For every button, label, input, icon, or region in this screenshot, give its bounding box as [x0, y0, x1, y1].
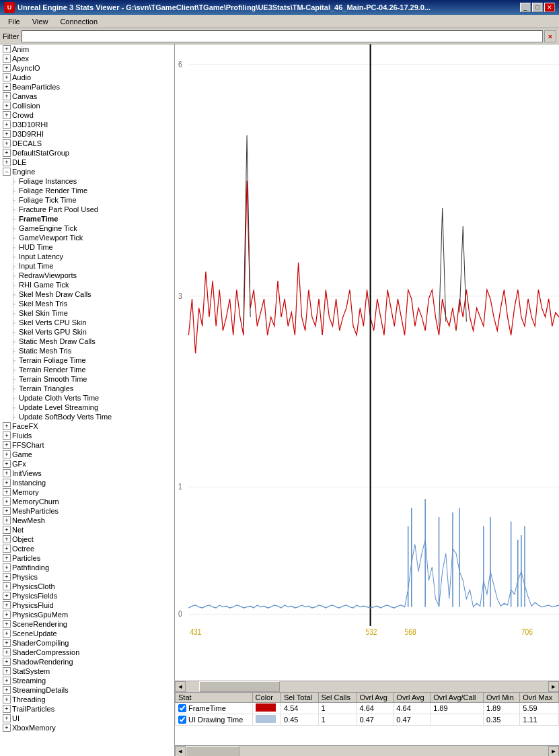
- tree-item-gfx[interactable]: GFx: [0, 459, 174, 469]
- tree-item-initviews[interactable]: InitViews: [0, 469, 174, 478]
- filter-clear-button[interactable]: ×: [544, 30, 556, 42]
- tree-item-update-softbody-verts-time[interactable]: ├Update SoftBody Verts Time: [0, 412, 174, 421]
- expander-engine[interactable]: [3, 168, 11, 176]
- tree-item-memorychurn[interactable]: MemoryChurn: [0, 497, 174, 506]
- tree-item-memory[interactable]: Memory: [0, 487, 174, 497]
- tree-item-engine[interactable]: Engine: [0, 167, 174, 176]
- expander-object[interactable]: [3, 535, 11, 543]
- expander-scenerendering[interactable]: [3, 620, 11, 628]
- tree-item-dle[interactable]: DLE: [0, 158, 174, 167]
- tree-item-update-cloth-verts-time[interactable]: ├Update Cloth Verts Time: [0, 393, 174, 403]
- expander-physics[interactable]: [3, 573, 11, 581]
- tree-item-shadowrendering[interactable]: ShadowRendering: [0, 657, 174, 666]
- expander-gfx[interactable]: [3, 460, 11, 468]
- expander-ui[interactable]: [3, 714, 11, 722]
- tree-item-skel-verts-cpu-skin[interactable]: ├Skel Verts CPU Skin: [0, 318, 174, 327]
- expander-physicsgpumem[interactable]: [3, 611, 11, 619]
- expander-d3d9rhi[interactable]: [3, 130, 11, 138]
- tree-item-terrain-foliage-time[interactable]: ├Terrain Foliage Time: [0, 355, 174, 365]
- expander-physicsfluid[interactable]: [3, 601, 11, 609]
- tree-item-physicsfields[interactable]: PhysicsFields: [0, 591, 174, 600]
- expander-game[interactable]: [3, 450, 11, 458]
- tree-item-sceneupdate[interactable]: SceneUpdate: [0, 629, 174, 638]
- tree-item-audio[interactable]: Audio: [0, 73, 174, 82]
- tree-item-physicsfluid[interactable]: PhysicsFluid: [0, 600, 174, 610]
- bottom-scroll-thumb[interactable]: [186, 746, 239, 757]
- expander-meshparticles[interactable]: [3, 507, 11, 515]
- expander-threading[interactable]: [3, 695, 11, 703]
- tree-item-skel-skin-time[interactable]: ├Skel Skin Time: [0, 308, 174, 318]
- tree-item-input-time[interactable]: ├Input Time: [0, 261, 174, 271]
- tree-item-update-level-streaming[interactable]: ├Update Level Streaming: [0, 403, 174, 412]
- expander-dle[interactable]: [3, 158, 11, 166]
- tree-item-ui[interactable]: UI: [0, 714, 174, 723]
- tree-item-beamparticles[interactable]: BeamParticles: [0, 82, 174, 92]
- expander-xboxmemory[interactable]: [3, 724, 11, 732]
- tree-item-d3d10rhi[interactable]: D3D10RHI: [0, 120, 174, 129]
- bottom-scroll-left-arrow[interactable]: ◄: [175, 746, 186, 757]
- tree-item-defaultstatgroup[interactable]: DefaultStatGroup: [0, 148, 174, 158]
- tree-item-gameviewport-tick[interactable]: ├GameViewport Tick: [0, 233, 174, 242]
- tree-item-input-latency[interactable]: ├Input Latency: [0, 252, 174, 261]
- tree-item-collision[interactable]: Collision: [0, 101, 174, 110]
- expander-fluids[interactable]: [3, 432, 11, 440]
- tree-item-xboxmemory[interactable]: XboxMemory: [0, 723, 174, 732]
- tree-item-shadercompression[interactable]: ShaderCompression: [0, 648, 174, 657]
- expander-audio[interactable]: [3, 73, 11, 81]
- expander-beamparticles[interactable]: [3, 83, 11, 91]
- tree-item-statsystem[interactable]: StatSystem: [0, 666, 174, 676]
- expander-ffschart[interactable]: [3, 441, 11, 449]
- maximize-button[interactable]: □: [532, 3, 543, 12]
- tree-item-skel-mesh-draw-calls[interactable]: ├Skel Mesh Draw Calls: [0, 289, 174, 299]
- expander-d3d10rhi[interactable]: [3, 121, 11, 129]
- expander-net[interactable]: [3, 526, 11, 534]
- expander-sceneupdate[interactable]: [3, 629, 11, 638]
- expander-asyncio[interactable]: [3, 64, 11, 72]
- expander-pathfinding[interactable]: [3, 563, 11, 572]
- expander-facefx[interactable]: [3, 422, 11, 430]
- tree-item-game[interactable]: Game: [0, 450, 174, 459]
- tree-item-foliage-instances[interactable]: ├Foliage Instances: [0, 176, 174, 186]
- tree-item-fluids[interactable]: Fluids: [0, 431, 174, 440]
- tree-item-octree[interactable]: Octree: [0, 544, 174, 553]
- expander-anim[interactable]: [3, 45, 11, 53]
- tree-item-asyncio[interactable]: AsyncIO: [0, 63, 174, 73]
- expander-streamingdetails[interactable]: [3, 686, 11, 694]
- tree-item-crowd[interactable]: Crowd: [0, 110, 174, 120]
- tree-item-anim[interactable]: Anim: [0, 44, 174, 54]
- tree-item-gameengine-tick[interactable]: ├GameEngine Tick: [0, 224, 174, 233]
- tree-item-terrain-triangles[interactable]: ├Terrain Triangles: [0, 384, 174, 393]
- tree-item-streamingdetails[interactable]: StreamingDetails: [0, 685, 174, 695]
- expander-apex[interactable]: [3, 55, 11, 63]
- tree-item-terrain-render-time[interactable]: ├Terrain Render Time: [0, 365, 174, 374]
- tree-item-object[interactable]: Object: [0, 535, 174, 544]
- scroll-right-arrow[interactable]: ►: [548, 681, 559, 692]
- tree-item-streaming[interactable]: Streaming: [0, 676, 174, 685]
- menu-connection[interactable]: Connection: [54, 16, 103, 27]
- scroll-thumb[interactable]: [199, 681, 280, 692]
- tree-item-static-mesh-draw-calls[interactable]: ├Static Mesh Draw Calls: [0, 337, 174, 346]
- expander-shadowrendering[interactable]: [3, 658, 11, 666]
- tree-item-foliage-tick-time[interactable]: ├Foliage Tick Time: [0, 195, 174, 205]
- tree-item-rhi-game-tick[interactable]: ├RHI Game Tick: [0, 280, 174, 289]
- bottom-scrollbar[interactable]: ◄ ►: [175, 745, 559, 756]
- tree-item-canvas[interactable]: Canvas: [0, 92, 174, 101]
- filter-input[interactable]: [22, 30, 543, 42]
- tree-item-shadercompiling[interactable]: ShaderCompiling: [0, 638, 174, 648]
- tree-item-trailparticles[interactable]: TrailParticles: [0, 704, 174, 714]
- tree-item-decals[interactable]: DECALS: [0, 139, 174, 148]
- expander-decals[interactable]: [3, 139, 11, 147]
- chart-scrollbar[interactable]: ◄ ►: [175, 681, 559, 691]
- tree-item-d3d9rhi[interactable]: D3D9RHI: [0, 129, 174, 139]
- expander-newmesh[interactable]: [3, 516, 11, 524]
- minimize-button[interactable]: _: [520, 3, 531, 12]
- tree-item-physicscloth[interactable]: PhysicsCloth: [0, 582, 174, 591]
- expander-streaming[interactable]: [3, 677, 11, 685]
- bottom-scroll-right-arrow[interactable]: ►: [548, 746, 559, 757]
- tree-item-frametime[interactable]: ├FrameTime: [0, 214, 174, 224]
- expander-statsystem[interactable]: [3, 667, 11, 675]
- tree-item-net[interactable]: Net: [0, 525, 174, 535]
- expander-crowd[interactable]: [3, 111, 11, 119]
- tree-item-redrawviewports[interactable]: ├RedrawViewports: [0, 271, 174, 280]
- expander-collision[interactable]: [3, 102, 11, 110]
